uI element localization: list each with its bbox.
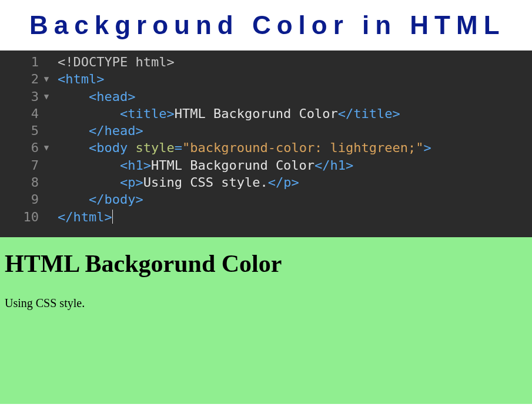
tag-token: > (424, 140, 431, 155)
line-number: 1 (0, 53, 39, 70)
tag-token: <h1> (120, 158, 151, 173)
fold-icon[interactable]: ▼ (39, 70, 54, 87)
tag-token: <html> (58, 72, 104, 86)
doctype-token: <!DOCTYPE html> (58, 55, 175, 69)
tag-token: </body> (89, 192, 143, 207)
code-line: </head> (58, 122, 532, 139)
code-line: <body style="background-color: lightgree… (58, 139, 532, 156)
string-token: "background-color: lightgreen;" (182, 140, 424, 155)
line-number: 4 (0, 105, 39, 122)
tag-token: </html> (58, 210, 112, 224)
line-number: 5 (0, 122, 39, 139)
line-number: 2 (0, 70, 39, 87)
preview-pane: HTML Backgorund Color Using CSS style. (0, 237, 532, 404)
code-editor[interactable]: 1 2▼ 3▼ 4 5 6▼ 7 8 9 10 <!DOCTYPE html> … (0, 50, 532, 237)
code-line: <html> (58, 70, 532, 87)
gutter-row: 5 (0, 122, 58, 139)
code-line: <title>HTML Backgorund Color</title> (58, 105, 532, 122)
fold-icon[interactable]: ▼ (39, 88, 54, 105)
code-line: <!DOCTYPE html> (58, 53, 532, 70)
gutter-row: 10 (0, 208, 58, 225)
gutter-row: 8 (0, 174, 58, 191)
gutter-row: 4 (0, 105, 58, 122)
code-line: </html> (58, 208, 532, 225)
tag-token: </head> (89, 123, 143, 138)
gutter-row: 9 (0, 191, 58, 208)
tag-token: </title> (338, 106, 400, 121)
code-line: <head> (58, 88, 532, 105)
tag-token: </p> (268, 175, 299, 190)
line-number: 10 (0, 208, 39, 225)
preview-paragraph: Using CSS style. (5, 297, 527, 310)
attr-token: style (135, 140, 174, 155)
fold-icon[interactable]: ▼ (39, 139, 54, 156)
text-token: HTML Backgorund Color (151, 158, 314, 173)
gutter-row: 6▼ (0, 139, 58, 156)
text-token: Using CSS style. (143, 175, 268, 190)
page-title: Background Color in HTML (0, 0, 532, 50)
text-token: HTML Backgorund Color (175, 106, 338, 121)
line-number: 9 (0, 191, 39, 208)
line-gutter: 1 2▼ 3▼ 4 5 6▼ 7 8 9 10 (0, 53, 58, 225)
tag-token: <p> (120, 175, 143, 190)
gutter-row: 1 (0, 53, 58, 70)
tag-token: <title> (120, 106, 175, 121)
cursor-icon (112, 210, 113, 224)
line-number: 3 (0, 88, 39, 105)
tag-token: <head> (89, 89, 135, 104)
preview-heading: HTML Backgorund Color (5, 250, 527, 278)
code-line: </body> (58, 191, 532, 208)
tag-token: </h1> (314, 158, 353, 173)
tag-token: <body (89, 140, 135, 155)
line-number: 7 (0, 157, 39, 174)
gutter-row: 3▼ (0, 88, 58, 105)
line-number: 6 (0, 139, 39, 156)
line-number: 8 (0, 174, 39, 191)
code-line: <p>Using CSS style.</p> (58, 174, 532, 191)
code-line: <h1>HTML Backgorund Color</h1> (58, 157, 532, 174)
code-area[interactable]: <!DOCTYPE html> <html> <head> <title>HTM… (58, 53, 532, 225)
tag-token: = (175, 140, 182, 155)
gutter-row: 7 (0, 157, 58, 174)
gutter-row: 2▼ (0, 70, 58, 87)
